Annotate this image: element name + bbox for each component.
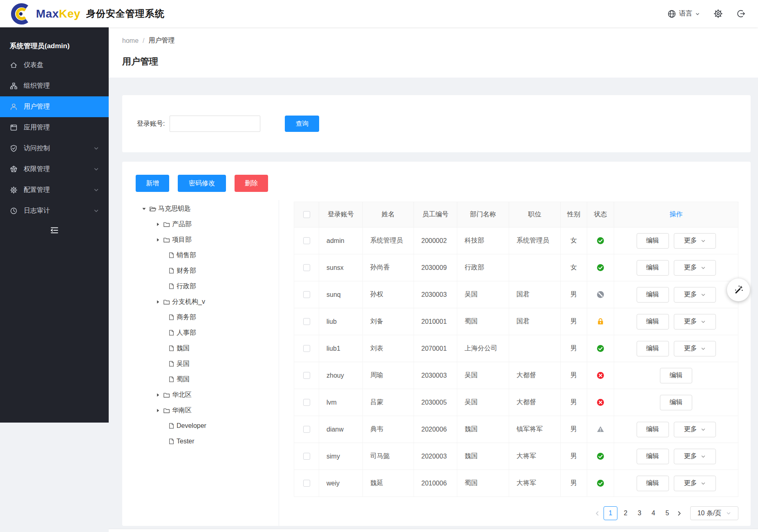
sidebar-item-organization[interactable]: 组织管理 bbox=[0, 76, 109, 96]
sidebar-item-configuration[interactable]: 配置管理 bbox=[0, 180, 109, 200]
tree-node[interactable]: Tester bbox=[122, 434, 279, 449]
change-password-button[interactable]: 密码修改 bbox=[178, 175, 226, 192]
caret-right-icon[interactable] bbox=[155, 299, 161, 305]
row-checkbox[interactable] bbox=[303, 318, 310, 325]
row-checkbox[interactable] bbox=[303, 345, 310, 352]
tree-node[interactable]: 销售部 bbox=[122, 247, 279, 263]
col-employee-id-header: 员工编号 bbox=[414, 202, 457, 227]
tree-node[interactable]: Developer bbox=[122, 418, 279, 434]
folder-icon bbox=[163, 392, 170, 398]
edit-button[interactable]: 编辑 bbox=[637, 476, 669, 491]
tree-node[interactable]: 华南区 bbox=[122, 403, 279, 418]
tree-node[interactable]: 产品部 bbox=[122, 216, 279, 232]
page-1-button[interactable]: 1 bbox=[604, 506, 617, 520]
login-account-input[interactable] bbox=[170, 116, 260, 132]
edit-button[interactable]: 编辑 bbox=[660, 368, 692, 383]
cell-login: simy bbox=[319, 443, 363, 470]
tree-node[interactable]: 魏国 bbox=[122, 341, 279, 356]
shield-icon bbox=[10, 145, 18, 152]
sidebar-collapse-toggle[interactable] bbox=[0, 225, 109, 237]
edit-button[interactable]: 编辑 bbox=[637, 341, 669, 356]
row-checkbox[interactable] bbox=[303, 264, 310, 271]
row-checkbox[interactable] bbox=[303, 480, 310, 487]
breadcrumb-separator: / bbox=[143, 37, 144, 45]
select-all-checkbox[interactable] bbox=[303, 211, 310, 218]
sidebar-item-access-control[interactable]: 访问控制 bbox=[0, 138, 109, 159]
cell-status bbox=[587, 254, 614, 281]
edit-button[interactable]: 编辑 bbox=[637, 422, 669, 437]
row-checkbox[interactable] bbox=[303, 372, 310, 379]
page-prev-button[interactable] bbox=[592, 511, 602, 516]
more-button[interactable]: 更多 bbox=[674, 314, 716, 329]
tree-node[interactable]: 马克思钥匙 bbox=[122, 201, 279, 216]
col-department-header: 部门名称 bbox=[457, 202, 509, 227]
tree-node[interactable]: 行政部 bbox=[122, 278, 279, 294]
sidebar-item-dashboard[interactable]: 仪表盘 bbox=[0, 55, 109, 76]
gear-icon bbox=[10, 186, 18, 194]
tree-node[interactable]: 财务部 bbox=[122, 263, 279, 278]
tree-node[interactable]: 商务部 bbox=[122, 309, 279, 325]
page-3-button[interactable]: 3 bbox=[634, 506, 645, 520]
page-4-button[interactable]: 4 bbox=[648, 506, 659, 520]
tree-node[interactable]: 吴国 bbox=[122, 356, 279, 372]
caret-right-icon[interactable] bbox=[155, 408, 161, 413]
status-active-icon bbox=[597, 345, 604, 352]
more-button[interactable]: 更多 bbox=[674, 422, 716, 437]
user-management-card: 新增 密码修改 删除 马克思钥匙产品部项目部销售部财务部行政部分支机构_v商务部… bbox=[122, 162, 751, 526]
settings-gear-icon[interactable] bbox=[713, 9, 723, 19]
breadcrumb-home-link[interactable]: home bbox=[122, 37, 139, 45]
cell-position: 国君 bbox=[509, 308, 561, 335]
tree-node-label: 分支机构_v bbox=[172, 298, 205, 306]
page-2-button[interactable]: 2 bbox=[620, 506, 631, 520]
file-icon bbox=[168, 423, 175, 429]
add-button[interactable]: 新增 bbox=[136, 175, 169, 192]
col-login-header: 登录账号 bbox=[319, 202, 363, 227]
tree-node[interactable]: 人事部 bbox=[122, 325, 279, 341]
more-button[interactable]: 更多 bbox=[674, 449, 716, 464]
query-button[interactable]: 查询 bbox=[285, 116, 319, 132]
row-checkbox[interactable] bbox=[303, 453, 310, 460]
more-button[interactable]: 更多 bbox=[674, 260, 716, 276]
language-menu[interactable]: 语言 bbox=[667, 9, 700, 18]
edit-button[interactable]: 编辑 bbox=[637, 314, 669, 329]
caret-right-icon[interactable] bbox=[155, 222, 161, 227]
more-button[interactable]: 更多 bbox=[674, 476, 716, 491]
sidebar-item-users[interactable]: 用户管理 bbox=[0, 96, 109, 117]
caret-down-icon[interactable] bbox=[141, 206, 147, 211]
row-checkbox[interactable] bbox=[303, 291, 310, 298]
page-next-button[interactable] bbox=[674, 511, 684, 516]
tree-node[interactable]: 分支机构_v bbox=[122, 294, 279, 309]
more-button[interactable]: 更多 bbox=[674, 233, 716, 249]
magic-wand-overlay-button[interactable] bbox=[727, 278, 750, 301]
caret-right-icon[interactable] bbox=[155, 392, 161, 398]
more-button[interactable]: 更多 bbox=[674, 287, 716, 303]
cell-position: 大都督 bbox=[509, 362, 561, 389]
cell-employee-id: 2020003 bbox=[414, 443, 457, 470]
caret-right-icon[interactable] bbox=[155, 237, 161, 243]
edit-button[interactable]: 编辑 bbox=[637, 287, 669, 303]
edit-button[interactable]: 编辑 bbox=[637, 449, 669, 464]
sidebar-item-applications[interactable]: 应用管理 bbox=[0, 117, 109, 138]
folder-icon bbox=[163, 221, 170, 228]
page-5-button[interactable]: 5 bbox=[662, 506, 673, 520]
edit-button[interactable]: 编辑 bbox=[637, 260, 669, 276]
sidebar-item-permissions[interactable]: 权限管理 bbox=[0, 159, 109, 180]
row-checkbox[interactable] bbox=[303, 426, 310, 433]
row-checkbox[interactable] bbox=[303, 399, 310, 406]
cell-employee-id: 2020006 bbox=[414, 416, 457, 443]
cell-position: 大都督 bbox=[509, 389, 561, 416]
page-size-select[interactable]: 10 条/页 bbox=[690, 506, 738, 520]
tree-node[interactable]: 项目部 bbox=[122, 232, 279, 247]
cell-login: liub1 bbox=[319, 335, 363, 362]
edit-button[interactable]: 编辑 bbox=[637, 233, 669, 249]
cell-gender: 男 bbox=[561, 335, 587, 362]
delete-button[interactable]: 删除 bbox=[235, 175, 268, 192]
more-button[interactable]: 更多 bbox=[674, 341, 716, 356]
sidebar-item-audit-log[interactable]: 日志审计 bbox=[0, 200, 109, 221]
logout-icon[interactable] bbox=[736, 9, 746, 18]
tree-node[interactable]: 蜀国 bbox=[122, 372, 279, 387]
cell-login: weiy bbox=[319, 470, 363, 497]
tree-node[interactable]: 华北区 bbox=[122, 387, 279, 403]
edit-button[interactable]: 编辑 bbox=[660, 395, 692, 410]
row-checkbox[interactable] bbox=[303, 237, 310, 244]
